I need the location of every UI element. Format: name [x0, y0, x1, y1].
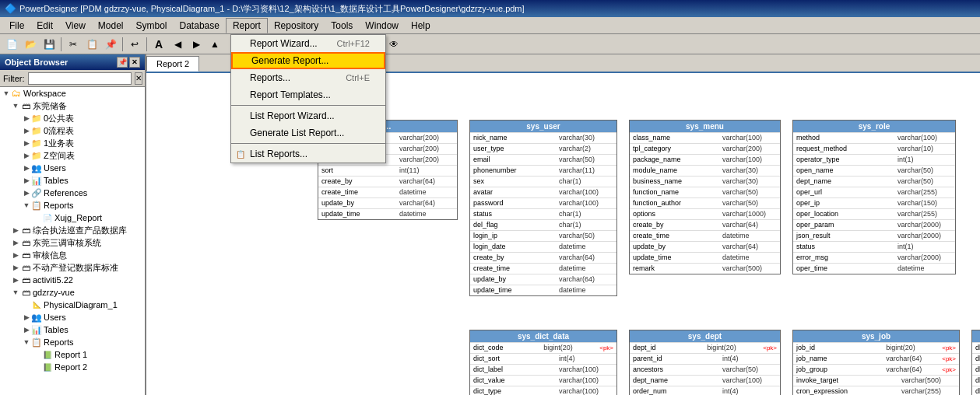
toggle-shenhe[interactable]: ▶ — [11, 250, 20, 260]
filter-input[interactable] — [28, 72, 132, 85]
menu-help[interactable]: Help — [405, 19, 437, 33]
close-panel-btn[interactable]: ✕ — [129, 57, 140, 68]
cut-btn[interactable]: ✂ — [65, 36, 82, 53]
toggle-references1[interactable]: ▶ — [22, 188, 31, 198]
toggle-users2[interactable]: ▶ — [22, 313, 31, 322]
new-btn[interactable]: 📄 — [3, 36, 20, 53]
tree-budongchan[interactable]: ▶ 🗃 不动产登记数据库标准 — [0, 261, 145, 274]
table-row: del_flagchar(1) — [470, 219, 616, 230]
tree-reports2[interactable]: ▼ 📋 Reports — [0, 336, 145, 348]
toggle-kongjian[interactable]: ▶ — [22, 151, 31, 160]
table-row: phonenumbervarchar(11) — [470, 165, 616, 176]
tree-users1[interactable]: ▶ 👥 Users — [0, 162, 145, 174]
diagram-icon: 📐 — [31, 299, 42, 310]
toggle-tables1[interactable]: ▶ — [22, 176, 31, 185]
align-btn[interactable]: ◀ — [169, 36, 186, 53]
save-btn[interactable]: 💾 — [40, 36, 58, 53]
table-row: db_user_namedatetime — [972, 375, 980, 386]
menu-edit[interactable]: Edit — [30, 19, 59, 33]
preview-btn[interactable]: 👁 — [385, 36, 402, 53]
menu-reports[interactable]: Reports... Ctrl+E — [231, 69, 385, 86]
align2-btn[interactable]: ▶ — [188, 36, 205, 53]
tree-physdiag[interactable]: 📐 PhysicalDiagram_1 — [0, 299, 145, 311]
table-row: dict_sortint(4) — [470, 353, 616, 364]
tree-report2[interactable]: 📗 Report 2 — [0, 361, 145, 373]
tree-gdzrzy[interactable]: ▼ 🗃 gdzrzy-vue — [0, 286, 145, 299]
toggle-reports2[interactable]: ▼ — [22, 337, 31, 347]
tree-liucheng[interactable]: ▶ 📁 0流程表 — [0, 124, 145, 137]
menu-report[interactable]: Report — [226, 18, 268, 33]
toggle-dongwan2[interactable]: ▶ — [11, 238, 20, 247]
tree-users2[interactable]: ▶ 👥 Users — [0, 311, 145, 323]
toggle-gdzrzy[interactable]: ▼ — [11, 288, 20, 297]
menu-list-report-wizard[interactable]: List Report Wizard... — [231, 107, 385, 124]
copy-btn[interactable]: 📋 — [83, 36, 100, 53]
menu-database[interactable]: Database — [174, 19, 226, 33]
tree-shenhe[interactable]: ▶ 🗃 审核信息 — [0, 249, 145, 261]
menu-file[interactable]: File — [3, 19, 30, 33]
pin-btn[interactable]: 📌 — [117, 57, 128, 68]
toggle-activiti[interactable]: ▶ — [11, 275, 20, 285]
table-row: class_namevarchar(100) — [630, 132, 780, 143]
shenhe-label: 审核信息 — [33, 250, 67, 261]
table-row: dict_labelvarchar(100) — [470, 364, 616, 375]
paste-btn[interactable]: 📌 — [102, 36, 119, 53]
tree-tables2[interactable]: ▶ 📊 Tables — [0, 323, 145, 336]
toggle-tables2[interactable]: ▶ — [22, 325, 31, 334]
toggle-workspace[interactable]: ▼ — [2, 89, 11, 98]
menu-report-wizard[interactable]: Report Wizard... Ctrl+F12 — [231, 35, 385, 52]
liucheng-label: 0流程表 — [44, 125, 74, 137]
tree-xujg[interactable]: 📄 Xujg_Report — [0, 211, 145, 224]
table-row: methodvarchar(100) — [793, 132, 955, 143]
toggle-zhonghe[interactable]: ▶ — [11, 225, 20, 235]
table-row: db_idbigint(20)<pk> — [972, 342, 980, 353]
gdzrzy-label: gdzrzy-vue — [33, 288, 75, 297]
toggle-yewu[interactable]: ▶ — [22, 138, 31, 148]
table-row: create_timedatetime — [318, 187, 457, 198]
toggle-users1[interactable]: ▶ — [22, 163, 31, 173]
kongjian-label: Z空间表 — [44, 150, 75, 162]
menu-window[interactable]: Window — [359, 19, 405, 33]
toggle-liucheng[interactable]: ▶ — [22, 126, 31, 135]
tab-report2[interactable]: Report 2 — [146, 56, 199, 72]
menu-generate-list-report[interactable]: Generate List Report... — [231, 124, 385, 142]
menu-list-reports[interactable]: 📋 List Reports... — [231, 145, 385, 163]
report-icon3: 📗 — [42, 362, 53, 372]
toggle-gonggong[interactable]: ▶ — [22, 114, 31, 123]
bold-btn[interactable]: A — [150, 36, 167, 53]
menu-generate-report[interactable]: Generate Report... — [231, 52, 385, 69]
tree-dongwan2[interactable]: ▶ 🗃 东莞三调审核系统 — [0, 236, 145, 249]
reports-icon1: 📋 — [31, 200, 42, 211]
object-tree: ▼ 🗂 Workspace ▼ 🗃 东莞储备 ▶ 📁 0公共表 ▶ 📁 0流程表 — [0, 87, 145, 395]
toggle-budongchan[interactable]: ▶ — [11, 263, 20, 272]
menu-view[interactable]: View — [59, 19, 92, 33]
table-row: request_methodvarchar(10) — [793, 143, 955, 154]
tree-yewu[interactable]: ▶ 📁 1业务表 — [0, 137, 145, 149]
tree-reports1[interactable]: ▼ 📋 Reports — [0, 199, 145, 211]
tables-icon2: 📊 — [31, 324, 42, 335]
tree-dongwan[interactable]: ▼ 🗃 东莞储备 — [0, 100, 145, 112]
tree-tables1[interactable]: ▶ 📊 Tables — [0, 174, 145, 187]
toggle-dongwan[interactable]: ▼ — [11, 101, 20, 110]
table-sys-user: sys_user nick_namevarchar(30) user_typev… — [469, 120, 617, 296]
tree-zhonghe[interactable]: ▶ 🗃 综合执法巡查产品数据库 — [0, 224, 145, 236]
open-btn[interactable]: 📂 — [22, 36, 39, 53]
undo-btn[interactable]: ↩ — [126, 36, 143, 53]
filter-clear-btn[interactable]: ✕ — [135, 72, 142, 85]
toggle-reports1[interactable]: ▼ — [22, 201, 31, 210]
tree-kongjian[interactable]: ▶ 📁 Z空间表 — [0, 149, 145, 162]
tree-gonggong[interactable]: ▶ 📁 0公共表 — [0, 112, 145, 124]
filter-bar: Filter: ✕ ↻ — [0, 70, 145, 87]
table-row: passwordvarchar(100) — [470, 198, 616, 208]
tree-references1[interactable]: ▶ 🔗 References — [0, 187, 145, 199]
table-row: avatarvarchar(100) — [470, 187, 616, 198]
menu-repository[interactable]: Repository — [268, 19, 325, 33]
tree-activiti[interactable]: ▶ 🗃 activiti5.22 — [0, 274, 145, 286]
menu-tools[interactable]: Tools — [325, 19, 359, 33]
menu-model[interactable]: Model — [92, 19, 130, 33]
tree-report1[interactable]: 📗 Report 1 — [0, 348, 145, 361]
menu-report-templates[interactable]: Report Templates... — [231, 86, 385, 103]
tree-workspace[interactable]: ▼ 🗂 Workspace — [0, 87, 145, 100]
menu-symbol[interactable]: Symbol — [130, 19, 174, 33]
align3-btn[interactable]: ▲ — [206, 36, 223, 53]
